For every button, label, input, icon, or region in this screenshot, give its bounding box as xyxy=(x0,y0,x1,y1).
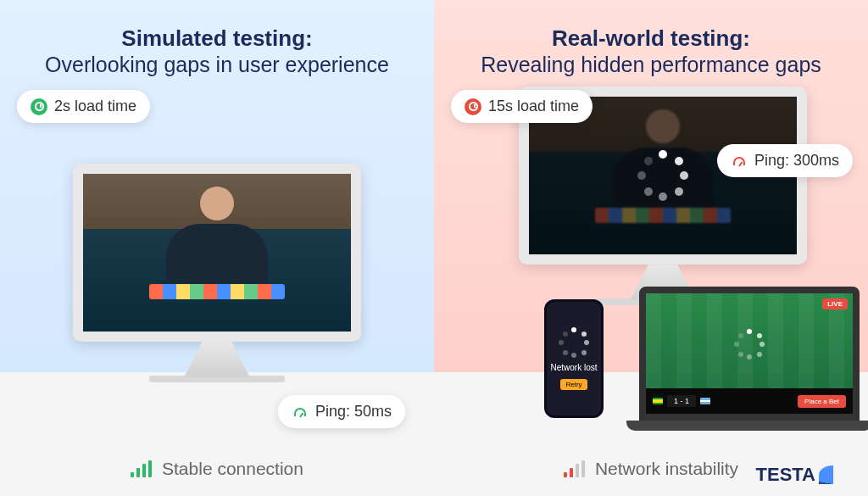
footer-text: Stable connection xyxy=(162,459,303,479)
score-text: 1 - 1 xyxy=(667,395,696,407)
phone-message: Network lost xyxy=(550,363,597,372)
ping-text: Ping: 50ms xyxy=(315,403,392,421)
loading-spinner-icon xyxy=(734,329,765,359)
gauge-icon xyxy=(292,404,309,421)
right-subtitle: Revealing hidden performance gaps xyxy=(459,52,843,78)
soccer-field: LIVE 1 - 1 xyxy=(646,293,853,414)
ping-text: Ping: 300ms xyxy=(754,152,839,170)
left-subtitle: Overlooking gaps in user experience xyxy=(25,52,409,78)
loading-spinner-icon xyxy=(637,150,688,201)
clock-icon xyxy=(31,98,47,115)
laptop-screen: LIVE 1 - 1 xyxy=(639,287,860,421)
right-scene: 15s load time Ping: 300ms xyxy=(459,95,843,452)
load-time-badge-left: 2s load time xyxy=(17,90,150,123)
monitor-left xyxy=(73,164,361,384)
ping-badge-left: Ping: 50ms xyxy=(278,395,405,428)
laptop-device: LIVE 1 - 1 xyxy=(639,287,860,435)
footer-left: Stable connection xyxy=(25,452,409,479)
phone-device: Network lost Retry xyxy=(544,299,604,418)
clock-icon xyxy=(465,98,481,115)
logo-arc-icon xyxy=(819,465,848,484)
logo-text: TESTA xyxy=(756,464,815,486)
right-title: Real-world testing: xyxy=(459,25,843,52)
signal-icon-full xyxy=(131,460,152,477)
load-time-text: 2s load time xyxy=(54,98,136,115)
simulated-panel: Simulated testing: Overlooking gaps in u… xyxy=(0,0,434,496)
realworld-panel: Real-world testing: Revealing hidden per… xyxy=(434,0,868,496)
signal-icon-weak xyxy=(564,460,585,477)
ping-badge-right: Ping: 300ms xyxy=(717,144,853,177)
live-badge: LIVE xyxy=(822,298,848,309)
screen-left xyxy=(73,164,361,342)
flag-brazil-icon xyxy=(653,398,663,404)
footer-text: Network instability xyxy=(595,459,738,479)
left-title: Simulated testing: xyxy=(25,25,409,52)
flag-argentina-icon xyxy=(700,398,710,404)
load-time-text: 15s load time xyxy=(488,98,579,115)
load-time-badge-right: 15s load time xyxy=(451,90,593,123)
brand-logo: TESTA xyxy=(756,464,848,486)
left-scene: 2s load time Ping: 50ms xyxy=(25,95,409,452)
gauge-icon xyxy=(731,153,748,170)
loading-spinner-icon xyxy=(559,327,589,358)
scorebar: 1 - 1 Place a Bet xyxy=(646,388,853,414)
dealer-scene xyxy=(83,174,351,332)
phone-retry-button: Retry xyxy=(560,379,587,390)
place-bet-button: Place a Bet xyxy=(798,395,846,408)
